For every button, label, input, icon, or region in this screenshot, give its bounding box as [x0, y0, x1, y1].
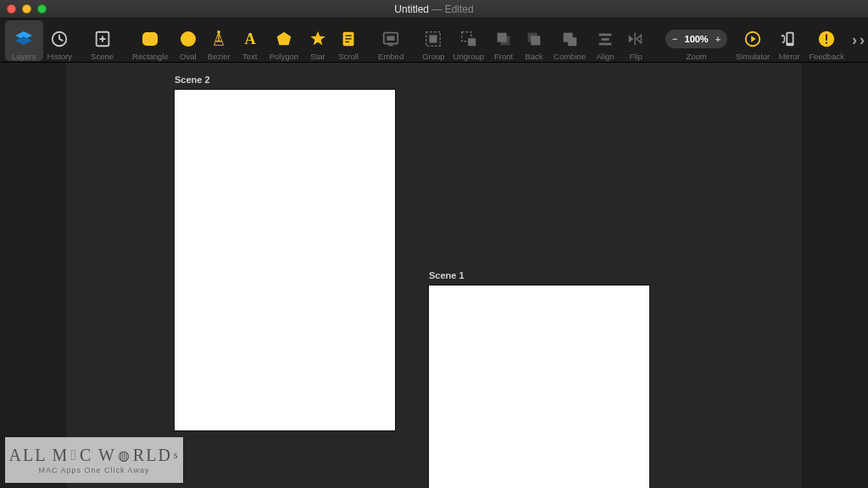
- right-gutter: [802, 63, 868, 488]
- polygon-tool[interactable]: Polygon: [265, 20, 303, 61]
- ungroup-button[interactable]: Ungroup: [449, 20, 488, 61]
- artboard[interactable]: [175, 90, 395, 430]
- history-button[interactable]: History: [43, 20, 77, 61]
- combine-button[interactable]: Combine: [549, 20, 590, 61]
- svg-rect-27: [599, 42, 612, 45]
- oval-icon: [177, 28, 199, 50]
- scroll-tool[interactable]: Scroll: [333, 20, 364, 61]
- document-state: Edited: [445, 3, 474, 15]
- svg-marker-7: [310, 30, 325, 45]
- back-button[interactable]: Back: [519, 20, 549, 61]
- rectangle-icon: [139, 28, 161, 50]
- scene-button[interactable]: Scene: [86, 20, 118, 61]
- scene-2[interactable]: Scene 2: [175, 75, 395, 430]
- svg-rect-9: [345, 35, 351, 36]
- workspace: Scene 2 Scene 1 ALL M  C W ◍ RLD s MAC …: [0, 63, 868, 488]
- star-icon: [307, 28, 329, 50]
- flip-button[interactable]: Flip: [620, 20, 651, 61]
- svg-rect-10: [345, 38, 351, 39]
- close-window-button[interactable]: [7, 4, 16, 14]
- titlebar: Untitled — Edited: [0, 0, 868, 19]
- svg-rect-26: [601, 38, 609, 41]
- window-controls: [7, 4, 47, 14]
- flip-icon: [625, 28, 647, 50]
- zoom-control: − 100% + Zoom: [661, 20, 732, 61]
- play-icon: [742, 28, 764, 50]
- svg-rect-11: [345, 41, 349, 42]
- mirror-button[interactable]: Mirror: [774, 20, 804, 61]
- rectangle-tool[interactable]: Rectangle: [128, 20, 173, 61]
- svg-rect-37: [826, 42, 827, 43]
- history-icon: [48, 28, 70, 50]
- align-icon: [594, 28, 616, 50]
- align-button[interactable]: Align: [590, 20, 620, 61]
- scroll-icon: [337, 28, 359, 50]
- front-icon: [492, 28, 515, 50]
- back-icon: [523, 28, 545, 50]
- scene-1[interactable]: Scene 1: [429, 270, 649, 488]
- minimize-window-button[interactable]: [22, 4, 31, 14]
- svg-rect-24: [568, 37, 576, 46]
- mirror-icon: [778, 28, 800, 50]
- scene-label: Scene 1: [429, 270, 649, 280]
- group-icon: [422, 28, 444, 50]
- scene-label: Scene 2: [175, 75, 395, 85]
- bezier-tool[interactable]: Bezier: [203, 20, 235, 61]
- svg-rect-20: [498, 32, 507, 42]
- svg-marker-31: [751, 36, 756, 42]
- oval-tool[interactable]: Oval: [173, 20, 203, 61]
- canvas[interactable]: Scene 2 Scene 1: [66, 63, 802, 488]
- svg-rect-14: [388, 44, 393, 46]
- feedback-icon: [815, 28, 837, 50]
- embed-icon: [380, 28, 402, 50]
- text-icon: A: [239, 28, 261, 50]
- front-button[interactable]: Front: [488, 20, 519, 61]
- group-button[interactable]: Group: [418, 20, 448, 61]
- svg-marker-29: [637, 35, 642, 42]
- text-tool[interactable]: A Text: [235, 20, 265, 61]
- svg-point-34: [782, 35, 783, 36]
- embed-button[interactable]: Embed: [374, 20, 408, 61]
- svg-rect-36: [826, 34, 827, 40]
- zoom-in-button[interactable]: +: [715, 34, 721, 44]
- zoom-value[interactable]: 100%: [685, 34, 709, 44]
- svg-rect-2: [142, 32, 158, 46]
- toolbar-overflow-button[interactable]: › ›: [849, 31, 868, 49]
- window-title: Untitled — Edited: [0, 3, 868, 15]
- feedback-button[interactable]: Feedback: [804, 20, 849, 61]
- svg-rect-18: [468, 38, 476, 46]
- svg-point-3: [181, 31, 196, 47]
- svg-marker-6: [277, 31, 292, 45]
- maximize-window-button[interactable]: [37, 4, 47, 14]
- artboard[interactable]: [429, 286, 649, 488]
- layers-icon: [13, 28, 35, 50]
- layers-button[interactable]: Layers: [5, 20, 43, 61]
- ungroup-icon: [458, 28, 480, 50]
- zoom-pill: − 100% +: [665, 30, 727, 48]
- document-name: Untitled: [394, 3, 429, 15]
- star-tool[interactable]: Star: [303, 20, 333, 61]
- zoom-out-button[interactable]: −: [672, 34, 677, 44]
- svg-text:A: A: [244, 30, 256, 47]
- polygon-icon: [273, 28, 295, 50]
- left-gutter: [0, 63, 66, 488]
- simulator-button[interactable]: Simulator: [732, 20, 774, 61]
- svg-rect-25: [599, 33, 612, 36]
- svg-marker-28: [629, 35, 634, 42]
- svg-rect-13: [387, 36, 395, 41]
- bezier-icon: [208, 28, 230, 50]
- svg-rect-16: [430, 35, 437, 42]
- svg-rect-33: [787, 33, 793, 42]
- svg-rect-22: [531, 36, 540, 45]
- toolbar: Layers History Scene Rectangle: [0, 19, 868, 63]
- scene-icon: [92, 28, 114, 50]
- combine-icon: [559, 28, 581, 50]
- svg-point-4: [217, 30, 220, 33]
